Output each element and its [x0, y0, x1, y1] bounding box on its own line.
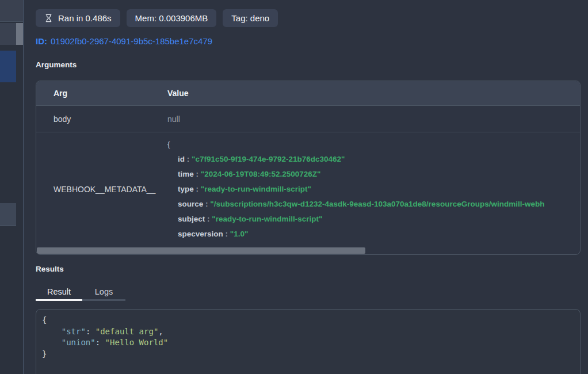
code-token: {	[42, 315, 47, 325]
result-code-line: "str": "default arg",	[42, 326, 574, 338]
json-colon: :	[205, 215, 212, 223]
left-panel-list-item[interactable]	[0, 203, 16, 226]
result-code-line: }	[42, 349, 574, 360]
memory-badge: Mem: 0.003906MB	[127, 9, 217, 27]
left-runs-panel	[0, 0, 24, 374]
json-open-brace: {	[167, 137, 580, 152]
tab-result[interactable]: Result	[36, 284, 82, 301]
left-panel-selected-item[interactable]	[0, 51, 16, 82]
json-key[interactable]: subject	[178, 215, 205, 223]
arg-name: body	[36, 115, 167, 124]
json-key[interactable]: specversion	[178, 230, 223, 238]
code-token: :	[86, 327, 96, 336]
runtime-badge: Ran in 0.486s	[36, 9, 120, 27]
json-string-value: "1.0"	[230, 230, 249, 238]
tag-badge: Tag: deno	[223, 9, 278, 27]
table-horizontal-scrollbar[interactable]	[37, 247, 579, 254]
json-brace: {	[167, 140, 170, 148]
json-key[interactable]: source	[178, 200, 203, 208]
json-string-value: "/subscriptions/h3c3qw-d1232-4asdk-9easd…	[210, 200, 544, 208]
json-entry: type : "ready-to-run-windmill-script"	[167, 182, 580, 197]
json-entry: source : "/subscriptions/h3c3qw-d1232-4a…	[167, 197, 580, 212]
code-token	[42, 327, 62, 336]
json-string-value: "ready-to-run-windmill-script"	[201, 185, 311, 193]
result-code-line: "union": "Hello World"	[42, 337, 574, 349]
job-id-line: ID:01902fb0-2967-4091-9b5c-185be1e7c479	[36, 36, 212, 46]
panel-divider	[23, 0, 24, 374]
arg-value-null: null	[167, 115, 580, 124]
tab-logs[interactable]: Logs	[82, 284, 125, 301]
table-header-row: Arg Value	[36, 81, 580, 106]
table-row-body: body null	[36, 106, 580, 132]
results-tabs: Result Logs	[36, 284, 125, 301]
result-json: { "str": "default arg", "union": "Hello …	[36, 310, 580, 365]
json-key[interactable]: id	[178, 155, 185, 163]
left-panel-scrollbar-thumb[interactable]	[16, 23, 23, 45]
tab-logs-label: Logs	[95, 287, 113, 296]
json-key[interactable]: time	[178, 170, 194, 178]
table-row-webhook-metadata: WEBHOOK__METADATA__ {id : "c7f91c50-9f19…	[36, 132, 580, 246]
job-id-label: ID:	[36, 36, 47, 46]
tab-result-label: Result	[47, 287, 71, 296]
tag-label: Tag: deno	[231, 13, 269, 23]
code-token: "Hello World"	[105, 338, 169, 347]
json-colon: :	[223, 230, 230, 238]
code-token: :	[96, 338, 105, 347]
results-heading: Results	[36, 265, 64, 273]
code-token: }	[42, 349, 47, 358]
column-header-value: Value	[167, 89, 580, 98]
json-string-value: "2024-06-19T08:49:52.2500726Z"	[201, 170, 321, 178]
result-code-line: {	[42, 315, 574, 326]
code-token: "union"	[62, 338, 96, 347]
json-key[interactable]: type	[178, 185, 194, 193]
column-header-arg: Arg	[36, 89, 167, 98]
runtime-label: Ran in 0.486s	[58, 13, 112, 23]
memory-label: Mem: 0.003906MB	[135, 13, 208, 23]
json-colon: :	[185, 155, 192, 163]
json-entry: subject : "ready-to-run-windmill-script"	[167, 212, 580, 227]
json-string-value: "c7f91c50-9f19-474e-9792-21b76dc30462"	[192, 155, 345, 163]
job-id-value[interactable]: 01902fb0-2967-4091-9b5c-185be1e7c479	[51, 36, 212, 46]
json-colon: :	[194, 185, 201, 193]
left-panel-list-item[interactable]	[0, 23, 16, 45]
arguments-table: Arg Value body null WEBHOOK__METADATA__ …	[36, 81, 581, 255]
json-entry: time : "2024-06-19T08:49:52.2500726Z"	[167, 167, 580, 182]
hourglass-icon	[44, 14, 53, 22]
arguments-heading: Arguments	[36, 60, 77, 69]
code-token: ,	[158, 327, 163, 336]
json-colon: :	[203, 200, 210, 208]
left-panel-header-block	[0, 0, 23, 22]
json-entry: id : "c7f91c50-9f19-474e-9792-21b76dc304…	[167, 152, 580, 167]
code-token	[42, 338, 62, 347]
json-string-value: "ready-to-run-windmill-script"	[212, 215, 322, 223]
scrollbar-thumb[interactable]	[37, 247, 365, 254]
webhook-metadata-object: {id : "c7f91c50-9f19-474e-9792-21b76dc30…	[167, 132, 580, 246]
code-token: "str"	[62, 327, 86, 336]
code-token: "default arg"	[96, 327, 159, 336]
json-entry: specversion : "1.0"	[167, 227, 580, 242]
run-stats-row: Ran in 0.486s Mem: 0.003906MB Tag: deno	[36, 9, 278, 27]
arg-name: WEBHOOK__METADATA__	[36, 132, 167, 246]
json-colon: :	[194, 170, 201, 178]
result-viewer: { "str": "default arg", "union": "Hello …	[36, 309, 581, 374]
